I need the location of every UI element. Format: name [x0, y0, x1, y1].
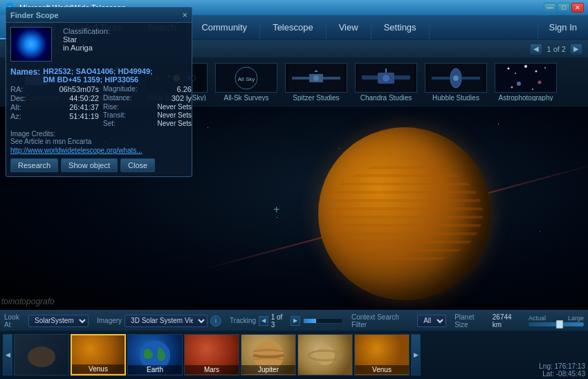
imagery-select[interactable]: 3D Solar System View — [125, 315, 208, 327]
finder-az-label: Az: — [10, 112, 21, 120]
finder-scope-title: Finder Scope — [10, 11, 59, 19]
finder-dist-row: Distance: 302 ly — [103, 94, 192, 102]
thumb-spitzer[interactable]: Spitzer Studies — [282, 61, 350, 103]
finder-set-val: Never Sets — [158, 120, 192, 127]
svg-point-28 — [383, 75, 389, 82]
tab-view[interactable]: View — [327, 15, 371, 39]
thumb-chandra[interactable]: Chandra Studies — [352, 61, 420, 103]
finder-mag-val: 6.26 — [177, 85, 192, 93]
bottom-thumbnails-row: ◀ Venus Earth — [0, 331, 588, 378]
crosshair: + — [273, 203, 279, 216]
finder-dist-val: 302 ly — [172, 94, 192, 102]
bottom-thumb-venus2[interactable]: Venus — [354, 334, 410, 376]
svg-text:All Sky: All Sky — [238, 76, 255, 82]
bottom-mars-label: Mars — [185, 365, 239, 374]
close-finder-button[interactable]: Close — [120, 158, 155, 172]
finder-transit-label: Transit: — [103, 111, 126, 119]
hubble-icon — [428, 63, 484, 93]
finder-rise-val: Never Sets — [158, 103, 192, 111]
prev-page-button[interactable]: ◀ — [530, 44, 542, 55]
actual-label: Actual — [529, 315, 546, 322]
context-filter-group: Context Search Filter All — [351, 313, 446, 329]
bottom-scroll-left[interactable]: ◀ — [3, 334, 12, 376]
thumb-astrophotography[interactable]: Astrophotography — [492, 61, 560, 103]
bottom-thumb-saturn[interactable] — [297, 334, 353, 376]
thumb-hubble[interactable]: Hubble Studies — [422, 61, 490, 103]
finder-az-val: 51:41:19 — [69, 112, 99, 120]
maximize-button[interactable]: □ — [558, 3, 570, 12]
minimize-button[interactable]: — — [544, 3, 556, 12]
bottom-scroll-right[interactable]: ▶ — [411, 334, 421, 376]
finder-names-line2: DM BD+45 1359; HIP33056 — [43, 75, 152, 84]
tracking-next-button[interactable]: ▶ — [291, 316, 300, 326]
finder-names-line1: HR2532; SAO41406; HD49949; — [43, 67, 152, 75]
svg-point-37 — [515, 73, 516, 74]
finder-names-values: HR2532; SAO41406; HD49949; DM BD+45 1359… — [43, 67, 152, 84]
bottom-thumb-jupiter[interactable]: Jupiter — [241, 334, 296, 376]
research-button[interactable]: Research — [10, 158, 58, 172]
tracking-prev-button[interactable]: ◀ — [259, 316, 268, 326]
svg-point-39 — [535, 70, 538, 72]
bottom-thumb-venus[interactable]: Venus — [71, 334, 126, 376]
next-page-button[interactable]: ▶ — [570, 44, 582, 55]
svg-point-48 — [315, 346, 335, 365]
svg-point-38 — [524, 65, 527, 68]
finder-ra-row: RA: 06h53m07s — [10, 85, 99, 93]
thumb-chandra-label: Chandra Studies — [355, 94, 417, 101]
close-button[interactable]: ✕ — [571, 3, 584, 12]
finder-set-label: Set: — [103, 120, 116, 127]
tab-settings[interactable]: Settings — [371, 15, 430, 39]
bottom-thumb-earth[interactable]: Earth — [127, 334, 183, 376]
finder-alt-val: 26:41:37 — [69, 103, 99, 111]
bottom-thumb-mars[interactable]: Mars — [184, 334, 239, 376]
show-object-button[interactable]: Show object — [61, 158, 118, 172]
imagery-info-button[interactable]: i — [210, 315, 221, 326]
finder-link[interactable]: http://www.worldwidetelescope.org/whats.… — [10, 147, 187, 154]
finder-rise-label: Rise: — [103, 103, 119, 111]
svg-rect-32 — [432, 77, 450, 80]
svg-point-40 — [544, 67, 546, 68]
finder-data-section: RA: 06h53m07s Dec: 44:50:22 Alt: 26:41:3… — [10, 85, 187, 127]
finder-classification-label: Classification: — [63, 27, 110, 35]
tab-community[interactable]: Community — [189, 15, 260, 39]
finder-transit-val: Never Sets — [158, 111, 192, 119]
thumb-astrophotography-label: Astrophotography — [495, 94, 557, 101]
finder-scope-body: Classification: Star in Auriga Names: HR… — [6, 23, 192, 176]
svg-rect-21 — [323, 77, 340, 80]
saturn-icon — [301, 336, 349, 374]
finder-names-label: Names: — [10, 67, 40, 84]
coords-display: Lng: 176:17:13 Lat: -08:45:43 — [539, 362, 585, 378]
planet-size-slider[interactable] — [529, 322, 584, 326]
svg-rect-27 — [394, 75, 410, 80]
look-at-select[interactable]: SolarSystem — [28, 315, 89, 327]
thumb-preview-icon — [17, 336, 66, 374]
thumb-all-sky-label: All-Sk Surveys — [215, 94, 277, 101]
lng-display: Lng: 176:17:13 — [539, 362, 585, 370]
finder-scope-header: Finder Scope × — [6, 8, 192, 23]
bottom-earth-label: Earth — [128, 365, 182, 374]
chandra-icon — [358, 63, 414, 93]
thumb-spitzer-label: Spitzer Studies — [285, 94, 347, 101]
planet-size-label: Planet Size — [454, 313, 488, 329]
tracking-page: 1 of 3 — [271, 313, 288, 329]
bottom-thumb-preview[interactable] — [14, 334, 69, 376]
finder-left-col: RA: 06h53m07s Dec: 44:50:22 Alt: 26:41:3… — [10, 85, 99, 127]
look-at-group: Look At SolarSystem — [4, 313, 89, 329]
window-controls: — □ ✕ — [544, 3, 584, 12]
finder-ra-label: RA: — [10, 85, 23, 93]
tracking-label: Tracking — [230, 317, 256, 324]
sign-in-button[interactable]: Sign In — [538, 15, 588, 39]
tab-telescope[interactable]: Telescope — [260, 15, 327, 39]
svg-point-43 — [511, 86, 513, 88]
imagery-label: Imagery — [97, 317, 122, 324]
finder-class-type: Star — [63, 35, 110, 44]
finder-dec-val: 44:50:22 — [69, 94, 99, 102]
context-filter-select[interactable]: All — [417, 315, 446, 327]
finder-credits-text: See Article in msn Encarta — [10, 138, 187, 145]
tracking-progress-fill — [304, 319, 317, 323]
thumb-all-sky[interactable]: All Sky All-Sk Surveys — [212, 61, 280, 103]
thumb-hubble-label: Hubble Studies — [425, 94, 487, 101]
finder-scope-close-button[interactable]: × — [182, 10, 187, 20]
finder-classification-block: Classification: Star in Auriga — [63, 27, 110, 64]
finder-mag-row: Magnitude: 6.26 — [103, 85, 192, 93]
